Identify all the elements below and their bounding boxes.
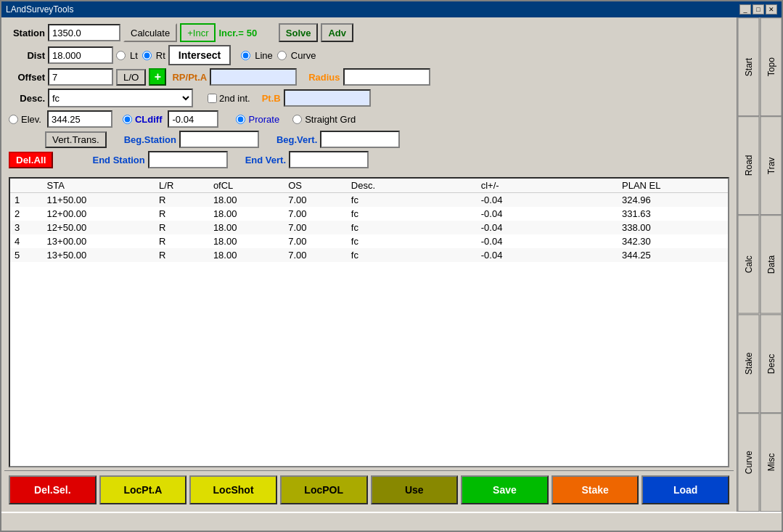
pt-b-input[interactable] [284,89,371,107]
use-button[interactable]: Use [371,475,459,504]
radius-label: Radius [308,72,340,83]
loc-pol-button[interactable]: LocPOL [280,475,368,504]
load-button[interactable]: Load [641,475,729,504]
desc-label: Desc. [9,93,45,104]
incr-value: 50 [247,28,268,38]
sidebar-btn-curve[interactable]: Curve [738,413,760,512]
del-all-button[interactable]: Del.All [9,152,53,168]
elev-row: Elev. CLdiff Prorate Straight Grd [9,110,729,128]
elev-label: Elev. [21,114,41,125]
sidebar-btn-desc[interactable]: Desc [761,314,782,413]
row-lr: R [155,234,209,248]
intersect-button[interactable]: Intersect [168,45,231,65]
save-button[interactable]: Save [461,475,549,504]
col-header-num [10,179,43,193]
sidebar-btn-road[interactable]: Road [738,116,760,215]
del-sel-button[interactable]: Del.Sel. [9,475,97,504]
sidebar-btn-misc[interactable]: Misc [761,413,782,512]
beg-station-label: Beg.Station [124,134,176,145]
end-vert-label: End Vert. [245,155,286,165]
main-content: Station Calculate +Incr Incr.= 50 Solve … [1,17,782,512]
station-row: Station Calculate +Incr Incr.= 50 Solve … [9,23,729,42]
elev-radio[interactable] [9,115,18,124]
table-row[interactable]: 2 12+00.00 R 18.00 7.00 fc -0.04 331.63 [10,207,728,221]
table-row[interactable]: 4 13+00.00 R 18.00 7.00 fc -0.04 342.30 [10,234,728,248]
row-os: 7.00 [284,193,347,208]
sidebar-btn-trav[interactable]: Trav [761,116,782,215]
beg-station-input[interactable] [179,131,259,148]
row-plan-el: 338.00 [618,221,728,234]
form-area: Station Calculate +Incr Incr.= 50 Solve … [4,20,734,174]
row-lr: R [155,221,209,234]
beg-vert-input[interactable] [320,131,400,148]
sidebar-btn-start[interactable]: Start [738,17,760,116]
row-lr: R [155,248,209,262]
cldiff-radio[interactable] [123,115,132,124]
row-desc: fc [347,248,423,262]
offset-input[interactable] [48,68,113,86]
row-plan-el: 324.96 [618,193,728,208]
desc-select[interactable]: fc [48,89,193,107]
table-row[interactable]: 5 13+50.00 R 18.00 7.00 fc -0.04 344.25 [10,248,728,262]
data-table: STA L/R ofCL OS Desc. cl+/- PLAN EL 1 11… [10,179,728,262]
data-table-area: STA L/R ofCL OS Desc. cl+/- PLAN EL 1 11… [9,177,729,467]
pt-b-label: Pt.B [262,93,281,104]
row-os: 7.00 [284,248,347,262]
rp-pt-a-input[interactable] [210,68,297,86]
table-row[interactable]: 1 11+50.00 R 18.00 7.00 fc -0.04 324.96 [10,193,728,208]
row-ofcl: 18.00 [209,207,284,221]
title-bar: LAndSurveyTools _ □ ✕ [1,1,782,17]
rt-radio[interactable] [142,51,152,60]
row-lr: R [155,193,209,208]
stake-button[interactable]: Stake [552,475,639,504]
straight-grd-label: Straight Grd [305,114,356,125]
row-os: 7.00 [284,207,347,221]
lt-radio[interactable] [116,51,126,60]
end-station-input[interactable] [148,151,228,168]
adv-button[interactable]: Adv [321,23,353,42]
radius-input[interactable] [343,68,430,86]
dist-input[interactable] [48,46,113,64]
station-input[interactable] [48,24,120,41]
sidebar-btn-data[interactable]: Data [761,215,782,314]
col-header-lr: L/R [155,179,209,193]
row-ofcl: 18.00 [209,221,284,234]
row-clpm: -0.04 [423,193,618,208]
col-header-desc: Desc. [347,179,423,193]
col-header-plan-el: PLAN EL [618,179,728,193]
calculate-button[interactable]: Calculate [123,23,177,42]
sidebar-btn-calc[interactable]: Calc [738,215,760,314]
straight-grd-radio[interactable] [292,115,302,124]
second-int-checkbox[interactable] [208,94,217,103]
curve-radio[interactable] [277,51,287,60]
lo-button[interactable]: L/O [116,69,146,86]
end-vert-input[interactable] [289,151,369,168]
cldiff-input[interactable] [168,110,218,128]
loc-pt-a-button[interactable]: LocPt.A [99,475,187,504]
end-station-row: Del.All End Station End Vert. [9,151,729,168]
row-clpm: -0.04 [423,207,618,221]
end-station-label: End Station [92,155,144,165]
line-radio[interactable] [241,51,250,60]
sidebar-btn-topo[interactable]: Topo [761,17,782,116]
sidebar-btn-stake[interactable]: Stake [738,314,760,413]
row-sta: 12+00.00 [43,207,155,221]
close-button[interactable]: ✕ [766,4,777,15]
bottom-bar: Del.Sel. LocPt.A LocShot LocPOL Use Save… [4,470,734,509]
row-ofcl: 18.00 [209,193,284,208]
minimize-button[interactable]: _ [739,4,751,15]
maximize-button[interactable]: □ [753,4,764,15]
loc-shot-button[interactable]: LocShot [189,475,277,504]
second-int-group: 2nd int. [208,93,250,104]
plus-button[interactable]: + [149,68,166,86]
solve-button[interactable]: Solve [279,23,319,42]
station-label: Station [9,28,45,38]
left-panel: Station Calculate +Incr Incr.= 50 Solve … [1,17,737,512]
cldiff-label: CLdiff [135,114,163,125]
vert-trans-button[interactable]: Vert.Trans. [45,131,107,148]
elev-input[interactable] [47,110,112,128]
prorate-radio[interactable] [236,115,245,124]
incr-button[interactable]: +Incr [180,23,216,42]
table-row[interactable]: 3 12+50.00 R 18.00 7.00 fc -0.04 338.00 [10,221,728,234]
row-plan-el: 331.63 [618,207,728,221]
